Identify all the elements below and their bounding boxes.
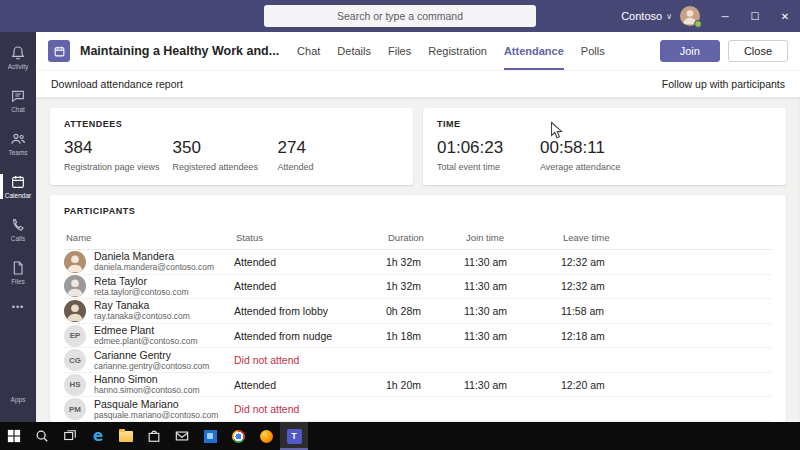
person-photo-icon — [64, 251, 86, 273]
status-cell: Did not attend — [234, 354, 386, 366]
tab-files[interactable]: Files — [388, 32, 411, 70]
bell-icon — [10, 45, 26, 61]
close-window-button[interactable]: ✕ — [770, 0, 800, 32]
participants-card-title: PARTICIPANTS — [64, 206, 772, 216]
phone-icon — [10, 217, 26, 233]
sidebar-item-label: Apps — [11, 396, 26, 403]
sidebar-item-files[interactable]: Files — [0, 251, 36, 294]
sidebar-item-apps[interactable]: Apps — [0, 384, 36, 414]
attendance-actionbar: Download attendance report Follow up wit… — [36, 70, 800, 97]
chevron-down-icon: ∨ — [666, 12, 672, 21]
task-view-icon[interactable] — [56, 422, 84, 450]
presence-dot — [694, 20, 702, 28]
stat-value: 00:58:11 — [540, 138, 620, 158]
status-cell: Attended from nudge — [234, 330, 386, 342]
file-explorer-icon[interactable] — [112, 422, 140, 450]
titlebar: Contoso ∨ ─ ☐ ✕ — [0, 0, 800, 32]
sidebar-item-calls[interactable]: Calls — [0, 208, 36, 251]
stat-label: Attended — [278, 162, 370, 172]
table-row[interactable]: Reta Taylorreta.taylor@contoso.com Atten… — [64, 275, 772, 300]
sidebar-item-label: Files — [11, 278, 25, 285]
sidebar-item-activity[interactable]: Activity — [0, 36, 36, 79]
stat-value: 01:06:23 — [437, 138, 512, 158]
sidebar-item-label: Teams — [8, 149, 27, 156]
app-sidebar: Activity Chat Teams Calendar Calls Files — [0, 32, 36, 422]
tab-chat[interactable]: Chat — [297, 32, 320, 70]
status-cell: Attended — [234, 256, 386, 268]
teams-taskbar-icon[interactable]: T — [280, 422, 308, 450]
table-row[interactable]: HS Hanno Simonhanno.simon@contoso.com At… — [64, 373, 772, 398]
leave-time-cell: 12:32 am — [561, 280, 772, 292]
status-cell: Attended from lobby — [234, 305, 386, 317]
taskbar-search-icon[interactable] — [28, 422, 56, 450]
edge-icon[interactable]: e — [84, 422, 112, 450]
mail-icon[interactable] — [168, 422, 196, 450]
sidebar-item-label: Calls — [11, 235, 25, 242]
firefox-icon[interactable] — [252, 422, 280, 450]
minimize-button[interactable]: ─ — [710, 0, 740, 32]
close-meeting-button[interactable]: Close — [728, 40, 788, 62]
stat-label: Average attendance — [540, 162, 620, 172]
sidebar-item-label: Calendar — [5, 192, 31, 199]
search-input[interactable] — [264, 5, 536, 27]
maximize-button[interactable]: ☐ — [740, 0, 770, 32]
join-button[interactable]: Join — [660, 40, 720, 62]
download-report-button[interactable]: Download attendance report — [51, 78, 183, 90]
participant-name: Edmee Plant — [94, 325, 198, 336]
participant-avatar: HS — [64, 374, 86, 396]
follow-up-button[interactable]: Follow up with participants — [662, 78, 785, 90]
chat-icon — [10, 88, 26, 104]
windows-logo-icon — [7, 429, 21, 443]
sidebar-item-calendar[interactable]: Calendar — [0, 165, 36, 208]
sidebar-item-teams[interactable]: Teams — [0, 122, 36, 165]
tab-attendance[interactable]: Attendance — [504, 32, 564, 70]
calendar-icon — [10, 174, 26, 190]
document-icon — [10, 260, 26, 276]
participant-name: Daniela Mandera — [94, 251, 214, 262]
join-time-cell: 11:30 am — [464, 330, 561, 342]
chrome-icon[interactable] — [224, 422, 252, 450]
stat-label: Total event time — [437, 162, 512, 172]
column-header-leave-time: Leave time — [561, 232, 772, 243]
participant-email: carianne.gentry@contoso.com — [94, 362, 209, 371]
join-time-cell: 11:30 am — [464, 305, 561, 317]
table-row[interactable]: Ray Tanakaray.tanaka@contoso.com Attende… — [64, 299, 772, 324]
table-row[interactable]: Daniela Manderadaniela.mandera@contoso.c… — [64, 250, 772, 275]
participant-email: edmee.plant@contoso.com — [94, 337, 198, 346]
duration-cell: 1h 32m — [386, 280, 464, 292]
participant-avatar — [64, 251, 86, 273]
sidebar-item-chat[interactable]: Chat — [0, 79, 36, 122]
status-cell: Attended — [234, 379, 386, 391]
teams-icon — [10, 131, 26, 147]
table-row[interactable]: CG Carianne Gentrycarianne.gentry@contos… — [64, 348, 772, 373]
stat-label: Registration page views — [64, 162, 160, 172]
column-header-duration: Duration — [386, 232, 464, 243]
start-button[interactable] — [0, 422, 28, 450]
participant-name: Ray Tanaka — [94, 300, 190, 311]
search-icon — [35, 429, 49, 443]
tab-bar: Chat Details Files Registration Attendan… — [297, 32, 605, 70]
org-menu[interactable]: Contoso ∨ — [613, 10, 680, 22]
participant-avatar: EP — [64, 325, 86, 347]
sidebar-item-more[interactable]: ••• — [0, 294, 36, 320]
participant-email: pasquale.mariano@contoso.com — [94, 411, 218, 420]
tab-registration[interactable]: Registration — [428, 32, 487, 70]
sidebar-item-label: Activity — [8, 63, 29, 70]
user-avatar[interactable] — [680, 6, 700, 26]
store-icon[interactable] — [140, 422, 168, 450]
column-header-join-time: Join time — [464, 232, 561, 243]
stat-value: 274 — [278, 138, 370, 158]
duration-cell: 1h 32m — [386, 256, 464, 268]
participant-avatar — [64, 275, 86, 297]
photos-icon[interactable] — [196, 422, 224, 450]
tab-details[interactable]: Details — [337, 32, 371, 70]
calendar-event-icon — [53, 45, 66, 58]
ellipsis-icon: ••• — [12, 302, 24, 312]
attendees-card-title: ATTENDEES — [64, 119, 399, 129]
table-row[interactable]: EP Edmee Plantedmee.plant@contoso.com At… — [64, 324, 772, 349]
tab-polls[interactable]: Polls — [581, 32, 605, 70]
participant-name: Carianne Gentry — [94, 350, 209, 361]
table-row[interactable]: PM Pasquale Marianopasquale.mariano@cont… — [64, 397, 772, 422]
participants-table-header: Name Status Duration Join time Leave tim… — [64, 225, 772, 250]
page-title: Maintaining a Healthy Work and... — [80, 44, 279, 58]
